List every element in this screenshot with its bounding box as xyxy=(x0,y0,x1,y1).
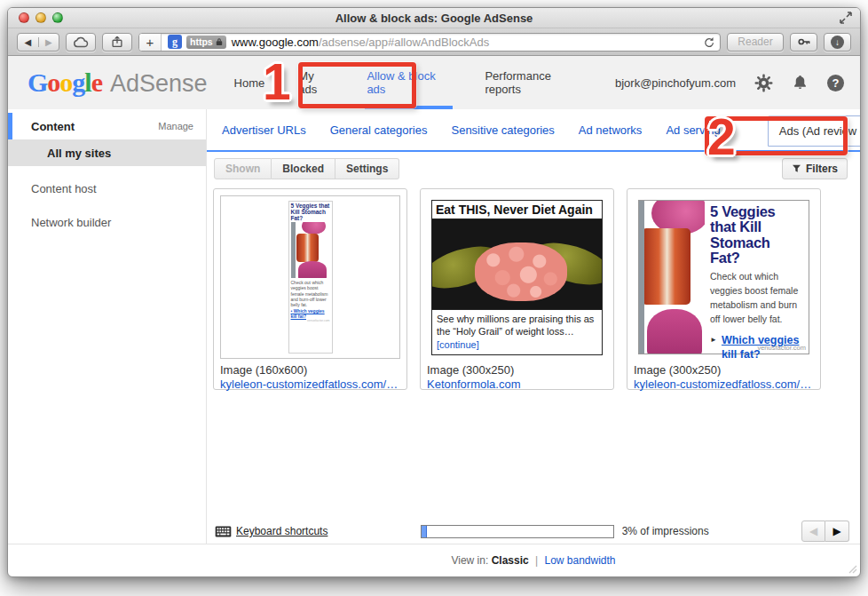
content-pane: Advertiser URLs General categories Sensi… xyxy=(207,109,860,544)
sidebar-item-network-builder[interactable]: Network builder xyxy=(8,209,206,235)
low-bandwidth-link[interactable]: Low bandwidth xyxy=(544,554,615,567)
nav-home[interactable]: Home xyxy=(233,56,267,109)
torso-image xyxy=(291,222,330,278)
ad-creative-skyscraper[interactable]: 5 Veggies that Kill Stomach Fat? Check o… xyxy=(220,195,400,359)
adsense-header: Google AdSense Home My ads Allow & block… xyxy=(8,56,860,109)
pagination: ◀ ▶ xyxy=(801,521,849,542)
lock-icon xyxy=(216,37,223,46)
ad-caption: See why millions are praising this as th… xyxy=(432,309,602,354)
tab-ad-review-center[interactable]: Ads (Ad review center) xyxy=(768,115,861,147)
history-nav: ◀ ▶ xyxy=(17,33,59,52)
rectangle-ad: Eat THIS, Never Diet Again See why milli… xyxy=(431,200,603,355)
torso-image xyxy=(639,201,705,354)
tab-sensitive-categories[interactable]: Sensitive categories xyxy=(451,123,554,137)
skyscraper-ad: 5 Veggies that Kill Stomach Fat? Check o… xyxy=(288,201,333,354)
reader-button[interactable]: Reader xyxy=(727,33,784,52)
ad-headline: 5 Veggies that Kill Stomach Fat? xyxy=(710,204,803,266)
main-nav: Home My ads Allow & block ads Performanc… xyxy=(233,56,615,109)
ad-size-label: Image (300x250) xyxy=(427,363,607,377)
keyboard-shortcuts-link[interactable]: Keyboard shortcuts xyxy=(215,525,327,537)
ad-headline: Eat THIS, Never Diet Again xyxy=(432,201,602,219)
ad-card: 5 Veggies that Kill Stomach Fat? Check o… xyxy=(627,188,821,390)
ad-body: Check out which veggies boost female met… xyxy=(710,270,803,326)
sidebar-item-all-my-sites[interactable]: All my sites xyxy=(8,139,206,166)
view-classic: Classic xyxy=(492,554,529,567)
new-tab-button[interactable]: + xyxy=(139,34,162,51)
nav-my-ads[interactable]: My ads xyxy=(296,56,335,109)
icloud-tabs-button[interactable] xyxy=(66,33,96,52)
sidebar-section-title: Content xyxy=(31,120,75,133)
previous-page-button[interactable]: ◀ xyxy=(801,521,825,542)
reload-icon xyxy=(703,36,714,48)
subtab-shown[interactable]: Shown xyxy=(214,158,272,179)
tab-general-categories[interactable]: General categories xyxy=(330,123,428,137)
browser-toolbar: ◀ ▶ + g https www.google.com/adsense/app… xyxy=(8,28,860,56)
view-footer: View in: Classic | Low bandwidth xyxy=(8,544,860,576)
header-right: bjork@pinchofyum.com ? xyxy=(615,74,844,92)
ad-creative-rectangle[interactable]: Eat THIS, Never Diet Again See why milli… xyxy=(427,195,607,359)
list-footer-bar: Keyboard shortcuts 3% of impressions ◀ ▶ xyxy=(207,519,860,544)
sidebar-item-content-host[interactable]: Content host xyxy=(8,175,206,202)
account-email[interactable]: bjork@pinchofyum.com xyxy=(615,76,736,90)
back-button[interactable]: ◀ xyxy=(18,37,39,47)
google-favicon: g xyxy=(168,35,182,49)
cta-bullet-icon: ► xyxy=(710,336,717,344)
browser-window: Allow & block ads: Google AdSense ◀ ▶ + … xyxy=(7,7,861,577)
reload-button[interactable] xyxy=(703,36,714,48)
ad-review-grid: 5 Veggies that Kill Stomach Fat? Check o… xyxy=(207,181,860,519)
sidebar: Content Manage All my sites Content host… xyxy=(8,109,207,544)
cloud-icon xyxy=(73,36,89,48)
url-text: www.google.com/adsense/app#allowAndBlock… xyxy=(232,36,490,49)
ad-headline: 5 Veggies that Kill Stomach Fat? xyxy=(291,203,330,221)
subtab-settings[interactable]: Settings xyxy=(335,158,399,179)
impressions-progress-bar xyxy=(421,525,614,538)
rectangle-ad: 5 Veggies that Kill Stomach Fat? Check o… xyxy=(638,200,809,354)
notifications-bell-icon[interactable] xyxy=(792,74,809,92)
password-extension-button[interactable] xyxy=(790,33,817,52)
https-badge: https xyxy=(186,36,226,49)
address-bar[interactable]: + g https www.google.com/adsense/app#all… xyxy=(138,33,721,52)
adsense-logo[interactable]: Google AdSense xyxy=(28,68,208,98)
help-icon[interactable]: ? xyxy=(827,75,844,91)
view-in-label: View in: xyxy=(451,554,488,567)
ad-card: Eat THIS, Never Diet Again See why milli… xyxy=(420,188,614,390)
manage-link[interactable]: Manage xyxy=(158,121,193,131)
ad-cta-link[interactable]: • Which veggies kill fat? xyxy=(291,308,330,319)
ad-attribution: venusfactor.com xyxy=(291,319,330,322)
nav-performance-reports[interactable]: Performance reports xyxy=(483,56,585,109)
ad-body: Check out which veggies boost female met… xyxy=(291,280,330,307)
fullscreen-icon[interactable] xyxy=(839,11,853,25)
share-button[interactable] xyxy=(102,33,132,52)
continue-link[interactable]: [continue] xyxy=(437,339,479,350)
forward-button[interactable]: ▶ xyxy=(39,37,59,47)
filter-funnel-icon xyxy=(792,163,801,173)
tab-ad-networks[interactable]: Ad networks xyxy=(579,123,643,137)
filters-button[interactable]: Filters xyxy=(782,158,848,179)
downloads-button[interactable]: ↓ xyxy=(824,33,851,52)
nav-allow-block-ads[interactable]: Allow & block ads xyxy=(365,56,453,109)
ad-size-label: Image (160x600) xyxy=(220,363,400,377)
title-bar: Allow & block ads: Google AdSense xyxy=(8,8,860,28)
key-icon xyxy=(797,36,811,48)
resize-grip[interactable] xyxy=(847,563,857,574)
ad-destination-link[interactable]: kyleleon-customizedfatloss.com/… xyxy=(220,377,400,392)
product-name: AdSense xyxy=(110,70,208,98)
tab-advertiser-urls[interactable]: Advertiser URLs xyxy=(222,123,306,137)
tab-strip: Advertiser URLs General categories Sensi… xyxy=(207,109,860,152)
ad-destination-link[interactable]: kyleleon-customizedfatloss.com/… xyxy=(634,377,814,392)
tab-ad-serving[interactable]: Ad serving xyxy=(666,123,720,137)
window-title: Allow & block ads: Google AdSense xyxy=(8,12,860,25)
impressions-label: 3% of impressions xyxy=(622,525,709,537)
page-body: Content Manage All my sites Content host… xyxy=(8,109,860,544)
subtab-blocked[interactable]: Blocked xyxy=(272,158,335,179)
ad-destination-link[interactable]: Ketonformola.com xyxy=(427,377,607,392)
sub-tab-row: Shown Blocked Settings Filters xyxy=(207,152,860,181)
settings-gear-icon[interactable] xyxy=(754,74,773,92)
next-page-button[interactable]: ▶ xyxy=(825,521,849,542)
progress-fill xyxy=(422,526,427,537)
ad-attribution: venusfactor.com xyxy=(757,344,806,352)
ad-creative-rectangle[interactable]: 5 Veggies that Kill Stomach Fat? Check o… xyxy=(634,195,814,359)
finger-lime-photo xyxy=(432,219,602,309)
download-icon: ↓ xyxy=(831,36,844,49)
url-path: /adsense/app#allowAndBlockAds xyxy=(319,36,489,49)
